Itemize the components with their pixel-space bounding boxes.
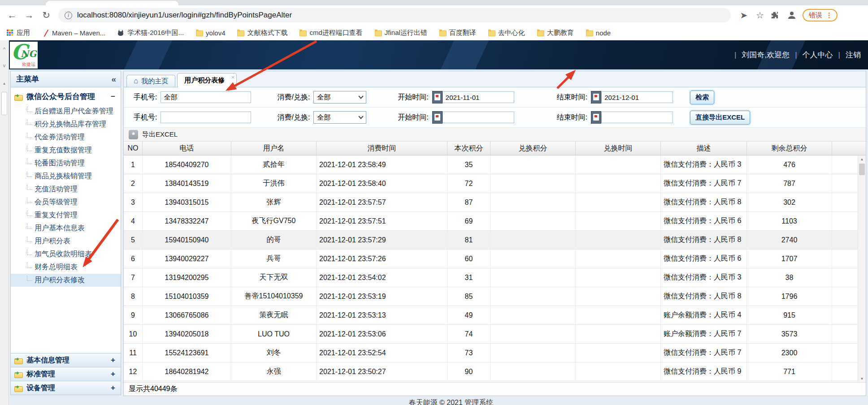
cell-consume-time: 2021-12-01 23:57:29 bbox=[317, 231, 447, 249]
table-row[interactable]: 8 15104010359 善帝15104010359 2021-12-01 2… bbox=[124, 287, 858, 306]
bookmark-item[interactable]: node bbox=[586, 29, 611, 37]
export-excel-label[interactable]: 导出EXCEL bbox=[142, 130, 178, 139]
table-row[interactable]: 7 13194200295 天下无双 2021-12-01 23:54:02 3… bbox=[124, 268, 858, 287]
sidebar-menu-item[interactable]: 用户积分表修改 bbox=[11, 274, 121, 287]
browser-tab[interactable] bbox=[46, 1, 178, 5]
consume-exchange-select[interactable]: 全部 bbox=[313, 91, 366, 103]
table-row[interactable]: 2 13840143519 于洪伟 2021-12-01 23:58:40 72… bbox=[124, 174, 858, 193]
phone-label: 手机号: bbox=[134, 113, 157, 122]
sidebar-menu-item[interactable]: 会员等级管理 bbox=[11, 196, 121, 209]
scroll-up-icon[interactable]: ▲ bbox=[858, 155, 866, 163]
cell-exchange-points bbox=[490, 193, 576, 211]
column-header: 电话 bbox=[143, 142, 231, 155]
export-excel-icon[interactable]: * bbox=[129, 130, 138, 139]
extensions-puzzle-icon[interactable] bbox=[770, 11, 782, 20]
browser-error-menu[interactable]: 错误 ⋮ bbox=[803, 9, 838, 22]
table-row[interactable]: 4 13478332247 夜飞行GV750 2021-12-01 23:57:… bbox=[124, 212, 858, 231]
calendar-icon[interactable] bbox=[591, 91, 601, 103]
sidebar-menu-item[interactable]: 用户基本信息表 bbox=[11, 222, 121, 235]
collapse-minus-icon[interactable]: − bbox=[111, 92, 115, 101]
close-icon[interactable]: × bbox=[231, 74, 235, 81]
sidebar-root-menu[interactable]: 微信公众号后台管理 − bbox=[11, 87, 121, 105]
table-row[interactable]: 1 18540409270 贰拾年 2021-12-01 23:58:49 35… bbox=[124, 155, 858, 174]
send-icon[interactable]: ➤ bbox=[738, 10, 750, 21]
calendar-icon[interactable] bbox=[432, 111, 443, 124]
table-scrollbar[interactable]: ▲ ▼ bbox=[858, 155, 866, 382]
table-row[interactable]: 12 18640281942 永强 2021-12-01 23:50:27 90… bbox=[124, 362, 858, 381]
consume-exchange-select[interactable]: 全部 bbox=[313, 111, 366, 124]
strip-up-icon[interactable]: ^ bbox=[0, 47, 9, 52]
sidebar-header: 主菜单 « bbox=[11, 71, 121, 87]
accordion-header[interactable]: 设备管理 + bbox=[11, 381, 121, 395]
strip-scroll-up-icon[interactable]: ▲ bbox=[0, 82, 9, 86]
sidebar-menu-item[interactable]: 轮番图活动管理 bbox=[11, 157, 121, 170]
bookmark-label: 百度翻译 bbox=[449, 29, 476, 37]
forward-icon[interactable]: → bbox=[22, 8, 37, 23]
back-icon[interactable]: ← bbox=[4, 8, 20, 23]
start-date-input[interactable] bbox=[443, 112, 514, 123]
expand-plus-icon[interactable]: + bbox=[111, 370, 115, 379]
table-row[interactable]: 3 13940315015 张辉 2021-12-01 23:57:57 87 … bbox=[124, 193, 858, 212]
calendar-icon[interactable] bbox=[432, 91, 443, 103]
tab-user-points-edit[interactable]: 用户积分表修 × bbox=[177, 73, 237, 87]
bookmark-item[interactable]: Jfinal运行出错 bbox=[374, 29, 427, 37]
expand-plus-icon[interactable]: + bbox=[111, 383, 115, 392]
folder-arrow-icon bbox=[14, 384, 23, 392]
search-action-button[interactable]: 直接导出EXCEL bbox=[690, 111, 750, 125]
table-row[interactable]: 6 13940029227 兵哥 2021-12-01 23:57:26 60 … bbox=[124, 250, 858, 268]
strip-scroll-thumb[interactable] bbox=[1, 92, 7, 115]
sidebar-menu-item[interactable]: 重复充值数据管理 bbox=[11, 144, 121, 157]
calendar-icon[interactable] bbox=[591, 111, 601, 124]
sidebar-menu-item[interactable]: 商品兑换核销管理 bbox=[11, 170, 121, 183]
table-row[interactable]: 5 15940150940 的哥 2021-12-01 23:57:29 81 … bbox=[124, 231, 858, 250]
sidebar-menu-item[interactable]: 代金券活动管理 bbox=[11, 131, 121, 144]
accordion-header[interactable]: 基本信息管理 + bbox=[11, 353, 121, 367]
table-row[interactable]: 9 13066765086 策夜无眠 2021-12-01 23:53:13 4… bbox=[124, 306, 858, 325]
sidebar-menu-item[interactable]: 积分兑换物品库存管理 bbox=[11, 118, 121, 131]
cell-consume-time: 2021-12-01 23:53:13 bbox=[317, 306, 447, 324]
strip-down-icon[interactable]: v bbox=[0, 63, 9, 68]
address-bar[interactable]: i localhost:8080/xinjieyun1/user/login#g… bbox=[58, 8, 731, 22]
bookmark-item[interactable]: Maven – Maven... bbox=[42, 29, 105, 37]
sidebar-menu-item[interactable]: 财务总明细表 bbox=[11, 261, 121, 274]
bookmark-item[interactable]: 学术猫-2016中国... bbox=[117, 29, 184, 37]
column-header: 兑换积分 bbox=[490, 142, 576, 155]
sidebar-menu-item[interactable]: 后台赠送用户代金券管理 bbox=[11, 105, 121, 118]
scroll-down-icon[interactable]: ▼ bbox=[858, 375, 866, 382]
profile-link[interactable]: 个人中心 bbox=[803, 50, 833, 60]
bookmark-label: 大鹏教育 bbox=[547, 29, 574, 37]
bookmark-star-icon[interactable]: ☆ bbox=[754, 10, 766, 21]
start-date-input[interactable] bbox=[443, 91, 514, 103]
bookmark-item[interactable]: 百度翻译 bbox=[439, 29, 476, 37]
sidebar-menu-item[interactable]: 用户积分表 bbox=[11, 235, 121, 248]
search-action-button[interactable]: 检索 bbox=[690, 90, 714, 104]
profile-avatar-icon[interactable] bbox=[786, 10, 798, 21]
bookmark-item[interactable]: 应用 bbox=[6, 29, 30, 37]
expand-plus-icon[interactable]: + bbox=[111, 356, 115, 365]
sidebar-menu-item[interactable]: 重复支付管理 bbox=[11, 209, 121, 222]
logout-link[interactable]: 注销 bbox=[846, 50, 861, 60]
phone-input[interactable] bbox=[161, 112, 251, 123]
reload-icon[interactable]: ↻ bbox=[39, 8, 54, 23]
bookmark-item[interactable]: cmd进程端口查看 bbox=[299, 29, 362, 37]
end-date-input[interactable] bbox=[601, 112, 673, 123]
end-time-label: 结束时间: bbox=[557, 113, 587, 122]
site-info-icon[interactable]: i bbox=[65, 12, 72, 19]
sidebar-collapse-icon[interactable]: « bbox=[111, 74, 116, 84]
bookmark-item[interactable]: 文献格式下载 bbox=[237, 29, 287, 37]
accordion-header[interactable]: 标准管理 + bbox=[11, 367, 121, 381]
cell-phone: 13940315015 bbox=[143, 193, 231, 211]
tab-home[interactable]: ⌂ 我的主页 bbox=[126, 75, 175, 87]
scrollbar-thumb[interactable] bbox=[859, 164, 865, 175]
content-panel: ⌂ 我的主页 用户积分表修 × 手机号: bbox=[123, 71, 866, 396]
app-header: C NG 欣捷运 | 刘国奇,欢迎您 | 个人中心 | 注销 bbox=[9, 40, 868, 69]
table-row[interactable]: 11 15524123691 刘冬 2021-12-01 23:52:54 73… bbox=[124, 344, 858, 362]
sidebar-menu-item[interactable]: 加气员收款明细表 bbox=[11, 248, 121, 261]
bookmark-item[interactable]: 大鹏教育 bbox=[537, 29, 574, 37]
phone-input[interactable] bbox=[161, 91, 251, 103]
sidebar-menu-item[interactable]: 充值活动管理 bbox=[11, 183, 121, 196]
end-date-input[interactable] bbox=[601, 91, 673, 103]
table-row[interactable]: 10 13940205018 LUO TUO 2021-12-01 23:53:… bbox=[124, 325, 858, 344]
bookmark-item[interactable]: yolov4 bbox=[195, 29, 225, 37]
bookmark-item[interactable]: 去中心化 bbox=[488, 29, 525, 37]
